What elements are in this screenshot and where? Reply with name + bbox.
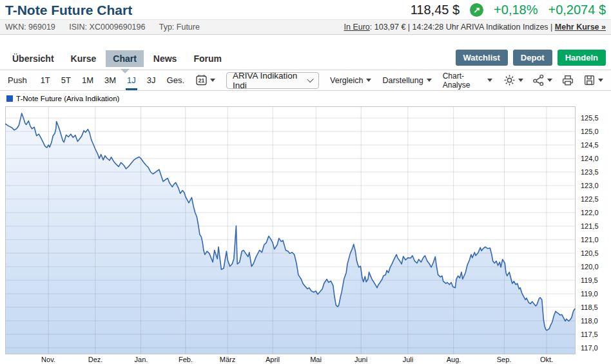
y-axis-label: 121,0 [581,236,599,244]
y-axis-label: 118,0 [581,317,598,325]
chart-analyse-label: Chart-Analyse [443,72,484,90]
depot-button[interactable]: Depot [513,50,552,66]
instrument-select-value: ARIVA Indikation Indi [233,71,302,90]
chevron-down-icon [547,79,552,82]
y-axis-label: 124,5 [581,141,599,149]
typ-value: Typ: Future [159,23,200,32]
change-percent: +0,18% [494,3,538,17]
instrument-select[interactable]: ARIVA Indikation Indi [226,72,319,89]
action-buttons: Watchlist Depot Handeln [456,50,606,67]
tab-chart[interactable]: Chart [106,50,144,67]
vergleich-label: Vergleich [330,76,363,85]
legend-label: T-Note Future (Ariva Indikation) [16,95,119,102]
x-axis-label: Sep. [497,356,512,363]
settings-button[interactable] [503,74,523,86]
y-axis-label: 119,5 [581,276,598,284]
share-nodes-icon [532,74,545,86]
range-ges[interactable]: Ges. [167,75,184,85]
range-1j[interactable]: 1J [127,75,136,85]
y-axis-label: 123,5 [581,168,599,176]
x-axis-label: Mai [310,356,322,363]
y-axis-label: 119,0 [581,290,598,298]
y-axis-label: 122,5 [581,195,599,203]
floppy-save-icon [583,74,596,86]
y-axis-label: 125,5 [581,114,599,122]
chevron-down-icon [366,79,371,82]
svg-text:21: 21 [199,77,205,84]
in-euro-link[interactable]: In Euro [344,23,369,32]
tab-kurse[interactable]: Kurse [64,50,104,67]
y-axis-label: 121,5 [581,222,599,230]
chevron-down-icon [487,79,492,82]
range-1m[interactable]: 1M [82,75,93,85]
x-axis-label: Nov. [41,356,55,363]
x-axis-label: März [220,356,235,363]
chart-legend: T-Note Future (Ariva Indikation) [6,95,119,102]
quote-block: 118,45 $ ↗ +0,18% +0,2074 $ [411,3,606,17]
arrow-up-right-glyph: ↗ [473,5,480,15]
y-axis-label: 120,0 [581,263,599,271]
chart-analyse-menu[interactable]: Chart-Analyse [443,72,492,90]
range-3m[interactable]: 3M [104,75,116,85]
tab-news[interactable]: News [146,50,184,67]
y-axis-labels: 125,5125,0124,5124,0123,5123,0122,5122,0… [578,106,609,354]
darstellung-menu[interactable]: Darstellung [382,76,431,85]
change-absolute: +0,2074 $ [548,3,606,17]
current-price: 118,45 $ [411,3,460,17]
y-axis-label: 117,0 [581,344,598,352]
watchlist-button[interactable]: Watchlist [456,50,508,66]
push-toggle[interactable]: Push [8,75,27,85]
printer-icon [561,74,574,86]
toolbar-icon-group [503,74,603,86]
save-button[interactable] [583,74,603,86]
y-axis-label: 118,5 [581,303,598,311]
calendar-icon: 21 [195,74,208,86]
instrument-ids: WKN: 969019 ISIN: XC0009690196 Typ: Futu… [5,23,211,32]
mehr-kurse-link[interactable]: Mehr Kurse » [555,23,606,32]
tab-forum[interactable]: Forum [186,50,229,67]
y-axis-label: 125,0 [581,128,599,135]
y-axis-label: 117,5 [581,330,598,338]
range-5t[interactable]: 5T [61,75,71,85]
page-title: T-Note Future Chart [5,3,132,18]
x-axis-label: Jan. [135,356,148,363]
tab-uebersicht[interactable]: Übersicht [5,50,61,67]
vergleich-menu[interactable]: Vergleich [330,76,371,85]
instrument-info-bar: WKN: 969019 ISIN: XC0009690196 Typ: Futu… [0,19,611,35]
handeln-button[interactable]: Handeln [558,50,606,66]
trend-up-icon: ↗ [470,3,483,17]
legend-swatch [6,95,13,102]
price-chart[interactable] [5,106,576,354]
chart-canvas[interactable] [5,106,576,354]
x-axis-labels: Nov.Dez.Jan.Feb.MärzAprilMaiJuniJuliAug.… [5,356,576,364]
y-axis-label: 122,0 [581,209,599,216]
euro-time-text: : 103,97 € | 14:24:28 Uhr ARIVA Indikati… [370,23,555,32]
x-axis-label: Dez. [88,356,103,363]
area-fill [5,113,575,354]
print-button[interactable] [561,74,574,86]
y-axis-label: 124,0 [581,155,599,162]
header: T-Note Future Chart 118,45 $ ↗ +0,18% +0… [0,0,611,19]
range-3j[interactable]: 3J [147,75,156,85]
quote-meta: In Euro: 103,97 € | 14:24:28 Uhr ARIVA I… [344,23,606,32]
y-axis-label: 120,5 [581,249,599,257]
chevron-down-icon [210,79,215,82]
chevron-down-icon [598,79,603,82]
x-axis-label: Feb. [179,356,193,363]
isin-value: ISIN: XC0009690196 [69,23,145,32]
wkn-value: WKN: 969019 [5,23,55,32]
x-axis-label: Aug. [447,356,461,363]
indicators-button[interactable] [532,74,552,86]
chevron-down-icon [427,79,432,82]
x-axis-label: April [266,356,280,363]
x-axis-label: Okt. [540,356,553,363]
x-axis-label: Juli [403,356,414,363]
chart-toolbar: Push 1T 5T 1M 3M 1J 3J Ges. 21 ARIVA Ind… [0,70,611,91]
date-range-picker[interactable]: 21 [195,74,215,86]
nav-row: Übersicht Kurse Chart News Forum Watchli… [0,49,611,67]
darstellung-label: Darstellung [382,76,423,85]
ariva-chart-page: T-Note Future Chart 118,45 $ ↗ +0,18% +0… [0,0,611,364]
gear-icon [503,74,516,86]
range-1t[interactable]: 1T [41,75,50,85]
chevron-down-icon [307,75,314,82]
